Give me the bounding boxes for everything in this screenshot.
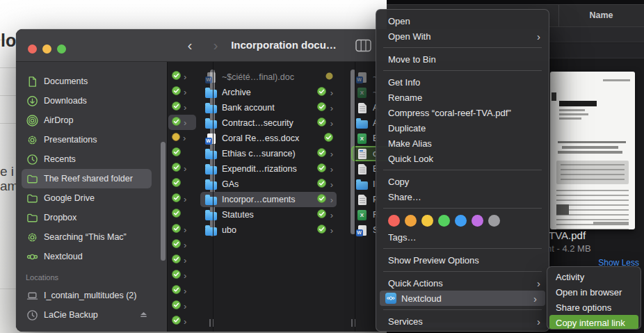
column-resize-handle[interactable] [209, 319, 214, 327]
file-row[interactable]: › [168, 314, 196, 329]
file-row[interactable]: › [168, 99, 196, 115]
file-row-incorpor-cuments[interactable]: Incorpor…cuments› [200, 192, 337, 207]
chevron-right-icon: › [184, 317, 186, 326]
file-column-2: ~$ciété…final).docArchive›Bank account›C… [200, 70, 337, 238]
word-file-icon [204, 133, 218, 144]
preview-file-meta: nt - 4.2 MB [547, 243, 591, 254]
eject-icon[interactable] [138, 309, 149, 321]
sync-check-badge [172, 70, 181, 83]
sync-pending-badge [172, 131, 180, 144]
file-row[interactable]: › [168, 115, 196, 130]
tag-color-dot[interactable] [405, 215, 417, 227]
column-divider[interactable] [355, 62, 355, 332]
file-row-coral-re-ess-docx[interactable]: Coral Re…ess.docx [200, 131, 337, 146]
menu-item-rename[interactable]: Rename [376, 90, 549, 105]
sync-check-badge [172, 116, 181, 129]
folder-file-icon [204, 179, 218, 190]
menu-item-open[interactable]: Open [376, 13, 549, 29]
sidebar-item-lacie-backup[interactable]: LaCie Backup [22, 305, 152, 325]
file-row[interactable]: › [168, 283, 196, 298]
close-button[interactable] [28, 44, 37, 54]
menu-item-label: Rename [388, 92, 540, 103]
zoom-button[interactable] [57, 44, 66, 54]
sidebar-item-nextcloud[interactable]: Nextcloud [22, 247, 152, 266]
chevron-right-icon: › [184, 256, 186, 265]
submenu-item-label: Copy internal link [556, 318, 625, 328]
file-row-statutes[interactable]: Statutes› [200, 207, 337, 222]
sidebar-item-the-reef-shared-folder[interactable]: The Reef shared folder [22, 169, 152, 188]
sidebar-item-recents[interactable]: Recents [22, 149, 152, 169]
nextcloud-app-icon [385, 293, 396, 304]
sidebar-scrollbar[interactable] [161, 142, 166, 261]
submenu-item-activity[interactable]: Activity [547, 269, 641, 284]
menu-item-duplicate[interactable]: Duplicate [376, 120, 549, 136]
column-divider[interactable] [213, 62, 214, 332]
file-row-expendit-rizations[interactable]: Expendit…rizations› [200, 161, 337, 177]
file-row[interactable]: › [168, 237, 196, 252]
sidebar-item-google-drive[interactable]: Google Drive [22, 188, 152, 208]
file-row[interactable] [168, 145, 196, 161]
minimize-button[interactable] [42, 44, 51, 54]
tag-color-dot[interactable] [421, 215, 433, 227]
menu-item-get-info[interactable]: Get Info [376, 74, 549, 90]
file-row-ubo[interactable]: ubo› [200, 222, 337, 238]
submenu-item-share-options[interactable]: Share options [547, 300, 641, 315]
file-row[interactable]: › [168, 268, 196, 283]
file-row-archive[interactable]: Archive› [200, 85, 337, 100]
menu-item-open-with[interactable]: Open With› [376, 29, 549, 44]
file-row-ci-t-final-doc[interactable]: ~$ciété…final).doc [200, 70, 337, 85]
tag-color-dot[interactable] [455, 215, 467, 227]
tag-color-dot[interactable] [488, 215, 500, 227]
submenu-item-open-in-browser[interactable]: Open in browser [547, 284, 641, 300]
menu-item-quick-actions[interactable]: Quick Actions› [376, 275, 549, 291]
file-row[interactable]: › [168, 298, 196, 314]
menu-item-show-preview-options[interactable]: Show Preview Options [376, 252, 549, 268]
chevron-right-icon: › [184, 118, 186, 127]
menu-item-quick-look[interactable]: Quick Look [376, 151, 549, 166]
menu-item-label: Quick Actions [388, 278, 531, 289]
name-column-header[interactable]: Name [558, 10, 644, 20]
sidebar-item-documents[interactable]: Documents [22, 72, 152, 91]
sidebar-item-airdrop[interactable]: AirDrop [22, 111, 152, 130]
file-row[interactable] [168, 206, 196, 222]
file-row-contract-security[interactable]: Contract…security› [200, 115, 337, 131]
file-row[interactable]: › [168, 84, 196, 99]
file-row[interactable]: › [168, 252, 196, 268]
forward-button[interactable]: › [209, 35, 223, 55]
menu-item-nextcloud[interactable]: Nextcloud› [380, 291, 545, 306]
sidebar-item-downloads[interactable]: Downloads [22, 91, 152, 111]
submenu-item-copy-internal-link[interactable]: Copy internal link [549, 315, 638, 330]
file-row-ethias-c-surance[interactable]: Ethias c…surance)› [200, 146, 337, 161]
menu-item-compress-coral-reef-tva-pdf[interactable]: Compress “coral-reef-TVA.pdf” [376, 105, 549, 120]
file-row[interactable]: › [168, 161, 196, 176]
sync-check-badge [172, 162, 181, 174]
sidebar-item-presentations[interactable]: Presentations [22, 130, 152, 149]
tag-color-dot[interactable] [388, 215, 400, 227]
menu-item-services[interactable]: Services› [376, 314, 549, 329]
tag-color-dot[interactable] [472, 215, 483, 227]
file-row-bank-account[interactable]: Bank account› [200, 100, 337, 115]
sidebar-item-i-contain-multitudes-2[interactable]: I_contain_multitudes (2) [22, 286, 152, 305]
sidebar-divider[interactable] [167, 62, 168, 332]
file-row[interactable]: › [168, 222, 196, 237]
menu-item-move-to-bin[interactable]: Move to Bin [376, 51, 549, 67]
menu-item-label: Get Info [388, 77, 540, 88]
sync-check-badge [172, 315, 181, 327]
sidebar-item-dropbox[interactable]: Dropbox [22, 208, 152, 227]
file-row[interactable] [168, 176, 196, 191]
menu-item-share[interactable]: Share… [376, 189, 549, 204]
column-resize-handle[interactable] [351, 319, 356, 327]
file-row[interactable]: › [168, 130, 196, 145]
column-view-icon[interactable] [355, 39, 371, 55]
window-title: Incorporation docu… [221, 39, 346, 51]
menu-item-copy[interactable]: Copy [376, 174, 549, 189]
file-row[interactable]: › [168, 191, 196, 206]
sidebar-item-searching-this-mac[interactable]: Searching “This Mac” [22, 227, 152, 247]
tag-color-dot[interactable] [438, 215, 450, 227]
back-button[interactable]: ‹ [183, 35, 197, 55]
file-row[interactable]: › [168, 69, 196, 84]
menu-item-tags[interactable]: Tags… [376, 229, 549, 245]
menu-item-make-alias[interactable]: Make Alias [376, 136, 549, 151]
file-row-gas[interactable]: GAs› [200, 177, 337, 192]
menu-item-label: Show Preview Options [388, 255, 540, 266]
